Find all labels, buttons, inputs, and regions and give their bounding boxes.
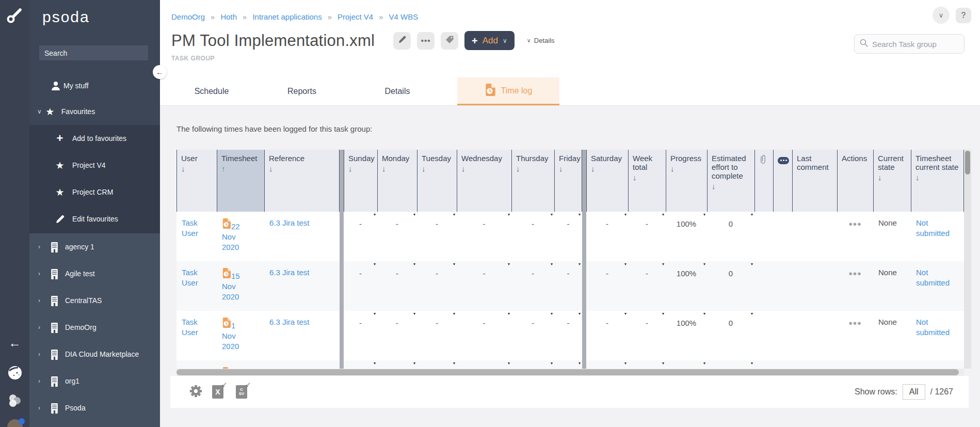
sidebar-item-agile-test[interactable]: ›Agile test: [29, 260, 160, 287]
cell-timesheet_state[interactable]: Not submitted: [911, 212, 964, 261]
search-input[interactable]: [872, 40, 955, 49]
sidebar-collapse-button[interactable]: ←: [153, 65, 167, 79]
details-toggle[interactable]: ∨ Details: [527, 37, 555, 44]
title-row: PM Tool Implementation.xml ••• + Add: [171, 31, 555, 50]
sidebar-item-psoda[interactable]: ›Psoda: [29, 394, 160, 421]
tab-details[interactable]: Details: [366, 77, 428, 105]
column-header-effort[interactable]: Estimated effort to complete↓: [707, 150, 754, 212]
export-csv-button[interactable]: CSV↙: [236, 385, 247, 399]
cell-user[interactable]: Task User: [176, 212, 217, 261]
user-avatar[interactable]: [0, 419, 29, 427]
column-header-timesheet[interactable]: Timesheet↑: [217, 150, 264, 212]
rail-back-arrow-icon[interactable]: ←: [0, 336, 29, 350]
tab-overflow-button[interactable]: ∨: [933, 7, 950, 24]
breadcrumb-link[interactable]: Intranet applications: [252, 12, 322, 21]
sidebar-search-input[interactable]: [39, 45, 148, 60]
breadcrumb-link[interactable]: DemoOrg: [171, 12, 205, 21]
sidebar-item-my-stuff[interactable]: My stuff: [29, 76, 160, 95]
horizontal-scrollbar-thumb[interactable]: [176, 369, 959, 375]
sidebar-item-project-v4[interactable]: ★Project V4: [29, 152, 160, 179]
task-group-search[interactable]: [854, 34, 965, 54]
cell-timesheet[interactable]: 22Nov2020: [217, 212, 264, 261]
horizontal-scrollbar[interactable]: [176, 369, 964, 376]
cell-marker-icon: ▾: [374, 361, 376, 367]
column-header-sunday[interactable]: Sunday↓: [344, 150, 377, 212]
sidebar-item-favourites[interactable]: ∨ ★ Favourites: [29, 102, 160, 121]
sidebar-item-edit-favourites[interactable]: Edit favourites: [29, 205, 160, 232]
column-header-monday[interactable]: Monday↓: [377, 150, 417, 212]
cell-user[interactable]: Task User: [176, 311, 217, 360]
tab-time-log[interactable]: Time log: [457, 77, 559, 105]
sort-descending-icon: ↓: [670, 164, 703, 173]
cell-timesheet[interactable]: 1Nov2020: [217, 311, 264, 360]
cell-timesheet_state[interactable]: Not submitted: [911, 311, 964, 360]
column-header-current_state[interactable]: Current state↓: [873, 150, 911, 212]
tab-schedule[interactable]: Schedule: [181, 77, 243, 105]
sidebar-item-org1[interactable]: ›org1: [29, 368, 160, 394]
cell-current_state: None: [873, 360, 911, 369]
group-circles-icon[interactable]: [0, 393, 29, 410]
timesheet-doc-icon: [222, 272, 231, 280]
cell-timesheet[interactable]: 15Nov2020: [217, 261, 264, 311]
table-row: Task User22Nov20206.3 Jira test-▾-▾-▾-▾-…: [176, 212, 964, 261]
row-actions-icon[interactable]: •••: [848, 267, 861, 277]
row-actions-icon[interactable]: •••: [848, 317, 861, 327]
cell-tuesday: -▾: [417, 212, 457, 261]
column-header-reference[interactable]: Reference↓: [264, 150, 340, 212]
gear-icon[interactable]: [189, 384, 203, 400]
cell-reference[interactable]: 6.3 Jira test: [264, 212, 340, 261]
cell-thursday: -▾: [511, 212, 554, 261]
export-excel-button[interactable]: X↙: [212, 385, 223, 399]
sidebar-item-project-crm[interactable]: ★Project CRM: [29, 179, 160, 205]
page-title: PM Tool Implementation.xml: [171, 31, 375, 50]
breadcrumb-link[interactable]: Hoth: [220, 12, 237, 21]
cell-user[interactable]: Task User: [176, 360, 217, 369]
more-options-button[interactable]: •••: [417, 32, 435, 50]
app-window: ← psoda My: [0, 0, 980, 427]
column-header-timesheet_state[interactable]: Timesheet current state↓: [911, 150, 964, 212]
row-actions-icon[interactable]: •••: [848, 218, 861, 228]
breadcrumb-link[interactable]: Project V4: [338, 12, 373, 21]
psoda-logo[interactable]: psoda: [42, 8, 90, 26]
column-header-tuesday[interactable]: Tuesday↓: [417, 150, 457, 212]
cell-user[interactable]: Task User: [176, 261, 217, 311]
show-rows-input[interactable]: All: [903, 384, 925, 400]
help-button[interactable]: ?: [956, 8, 971, 23]
column-header-thursday[interactable]: Thursday↓: [511, 150, 554, 212]
breadcrumb-link[interactable]: V4 WBS: [389, 12, 419, 21]
sidebar-item-add-to-favourites[interactable]: +Add to favourites: [29, 125, 160, 152]
column-header-user[interactable]: User↓: [176, 150, 217, 212]
column-header-wednesday[interactable]: Wednesday↓: [457, 150, 511, 212]
add-button[interactable]: + Add ∨: [464, 31, 515, 50]
cell-reference[interactable]: 6.3 Jira test: [264, 261, 340, 311]
cell-marker-icon: ▾: [551, 311, 553, 317]
column-label: User: [181, 154, 213, 163]
column-label: Actions: [842, 154, 869, 163]
sidebar-item-dia-cloud-marketplace[interactable]: ›DIA Cloud Marketplace: [29, 341, 160, 368]
vertical-scrollbar[interactable]: [964, 150, 971, 369]
cell-timesheet_state[interactable]: Not submitted: [911, 261, 964, 311]
content-area: The following times have been logged for…: [160, 106, 980, 427]
column-header-saturday[interactable]: Saturday↓: [586, 150, 628, 212]
cell-reference[interactable]: 6.3 Jira test: [264, 311, 340, 360]
cell-marker-icon: ▾: [662, 311, 664, 317]
cell-marker-icon: ▾: [703, 361, 705, 367]
column-header-week_total[interactable]: Week total↓: [628, 150, 666, 212]
sidebar-item-demoorg[interactable]: ›DemoOrg: [29, 314, 160, 341]
vertical-scrollbar-thumb[interactable]: [965, 151, 970, 175]
column-header-progress[interactable]: Progress↓: [666, 150, 707, 212]
tag-button[interactable]: [441, 32, 458, 50]
total-rows-label: / 1267: [930, 387, 953, 397]
cell-week_total: -▾: [628, 261, 666, 311]
cell-reference[interactable]: 6.3 Jira test: [264, 360, 340, 369]
column-header-friday[interactable]: Friday↓: [554, 150, 582, 212]
cell-timesheet[interactable]: 25Oct2020: [217, 360, 264, 369]
sort-descending-icon: ↓: [559, 164, 577, 173]
sidebar-item-agency-1[interactable]: ›agency 1: [29, 233, 160, 260]
tab-label: Schedule: [195, 87, 229, 96]
tab-reports[interactable]: Reports: [271, 77, 333, 105]
planet-icon[interactable]: [0, 366, 29, 380]
sidebar-item-centraltas[interactable]: ›CentralTAS: [29, 287, 160, 314]
cell-timesheet_state[interactable]: Not submitted: [911, 360, 964, 369]
edit-button[interactable]: [393, 32, 411, 50]
